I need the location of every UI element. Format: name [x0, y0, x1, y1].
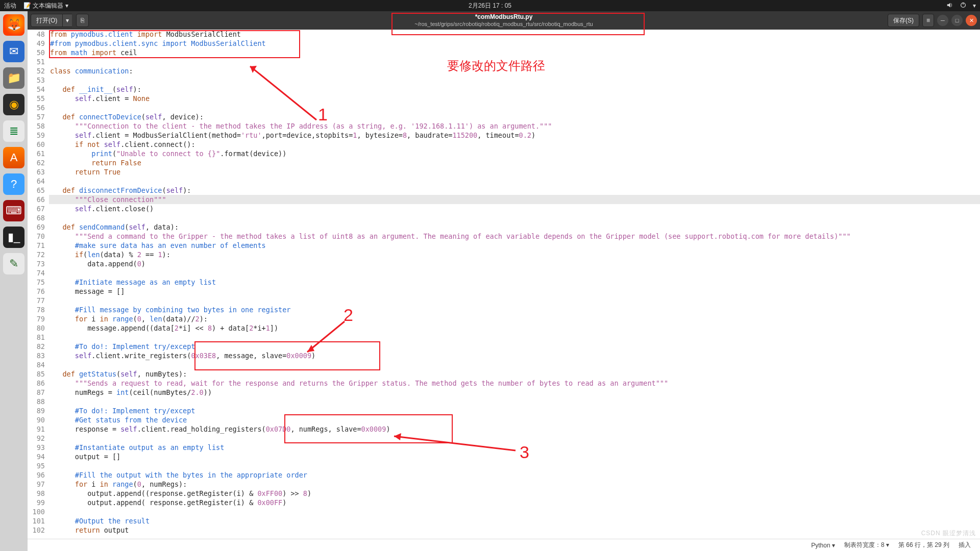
show-apps-icon[interactable]	[3, 522, 24, 544]
power-icon[interactable]	[960, 2, 967, 10]
code-line[interactable]: message.append((data[2*i] << 8) + data[2…	[49, 323, 980, 333]
code-line[interactable]	[49, 360, 980, 369]
code-line[interactable]: def disconnectFromDevice(self):	[49, 186, 980, 195]
code-line[interactable]: return output	[49, 525, 980, 535]
code-line[interactable]: print("Unable to connect to {}".format(d…	[49, 149, 980, 158]
save-button[interactable]: 保存(S)	[888, 14, 919, 27]
firefox-icon[interactable]: 🦊	[3, 14, 24, 36]
code-line[interactable]: if(len(data) % 2 == 1):	[49, 250, 980, 259]
code-line[interactable]: def getStatus(self, numBytes):	[49, 369, 980, 379]
code-line[interactable]: return True	[49, 167, 980, 177]
code-line[interactable]: output = []	[49, 452, 980, 461]
code-line[interactable]: #To do!: Implement try/except	[49, 406, 980, 415]
statusbar: Python ▾ 制表符宽度：8 ▾ 第 66 行，第 29 列 插入	[28, 539, 980, 551]
code-line[interactable]: #Fill message by combining two bytes in …	[49, 305, 980, 314]
software-icon[interactable]: A	[3, 147, 24, 168]
code-line[interactable]: """Close connection"""	[49, 195, 980, 204]
code-line[interactable]: self.client = None	[49, 94, 980, 103]
current-app[interactable]: 📝 文本编辑器 ▾	[23, 2, 68, 10]
svg-rect-1	[963, 2, 963, 4]
language-selector[interactable]: Python ▾	[811, 542, 835, 549]
code-editor[interactable]: 4849505152535455565758596061626364656667…	[28, 30, 980, 539]
code-line[interactable]: def sendCommand(self, data):	[49, 222, 980, 232]
code-line[interactable]: class communication:	[49, 66, 980, 76]
minimize-button[interactable]: ─	[937, 15, 948, 26]
cursor-position: 第 66 行，第 29 列	[898, 541, 949, 549]
code-line[interactable]: self.client = ModbusSerialClient(method=…	[49, 131, 980, 140]
code-line[interactable]: def connectToDevice(self, device):	[49, 112, 980, 121]
code-line[interactable]: #Fill the output with the bytes in the a…	[49, 470, 980, 480]
tab-width-selector[interactable]: 制表符宽度：8 ▾	[844, 541, 889, 549]
code-line[interactable]	[49, 333, 980, 342]
code-line[interactable]	[49, 461, 980, 470]
hamburger-menu[interactable]: ≡	[922, 14, 934, 27]
terminator-icon[interactable]: ⌨	[3, 200, 24, 221]
code-line[interactable]: """Send a command to the Gripper - the m…	[49, 232, 980, 241]
activities[interactable]: 活动	[4, 2, 16, 10]
code-line[interactable]: #Output the result	[49, 516, 980, 525]
code-line[interactable]: from pymodbus.client import ModbusSerial…	[49, 30, 980, 39]
code-line[interactable]: def __init__(self):	[49, 85, 980, 94]
open-recent-button[interactable]: ▾	[63, 14, 72, 27]
code-line[interactable]: #Get status from the device	[49, 415, 980, 424]
code-line[interactable]: #To do!: Implement try/except	[49, 342, 980, 351]
window-title: *comModbusRtu.py ~/ros_test/grips/src/ro…	[414, 13, 593, 28]
code-line[interactable]	[49, 177, 980, 186]
rhythmbox-icon[interactable]: ◉	[3, 94, 24, 115]
code-line[interactable]: response = self.client.read_holding_regi…	[49, 424, 980, 434]
files-icon[interactable]: 📁	[3, 67, 24, 89]
code-line[interactable]: """Connection to the client - the method…	[49, 121, 980, 131]
terminal-icon[interactable]: ▮_	[3, 227, 24, 248]
code-line[interactable]	[49, 434, 980, 443]
code-line[interactable]: #Initiate message as an empty list	[49, 278, 980, 287]
volume-icon[interactable]	[946, 2, 953, 10]
code-line[interactable]	[49, 268, 980, 278]
code-line[interactable]: output.append( response.getRegister(i) &…	[49, 498, 980, 507]
code-line[interactable]	[49, 76, 980, 85]
maximize-button[interactable]: □	[951, 15, 963, 26]
code-line[interactable]	[49, 213, 980, 222]
code-line[interactable]	[49, 103, 980, 112]
insert-mode[interactable]: 插入	[959, 541, 971, 549]
code-line[interactable]: self.client.write_registers(0x03E8, mess…	[49, 351, 980, 360]
open-button[interactable]: 打开(O)	[31, 14, 63, 27]
thunderbird-icon[interactable]: ✉	[3, 41, 24, 62]
code-line[interactable]: numRegs = int(ceil(numBytes/2.0))	[49, 388, 980, 397]
chevron-down-icon[interactable]: ▾	[973, 2, 976, 9]
dock: 🦊 ✉ 📁 ◉ ≣ A ? ⌨ ▮_ ✎	[0, 11, 28, 551]
new-tab-button[interactable]: ⎘	[76, 14, 89, 27]
code-line[interactable]: #from pymodbus.client.sync import Modbus…	[49, 39, 980, 48]
clock[interactable]: 2月26日 17 : 05	[469, 2, 511, 10]
help-icon[interactable]: ?	[3, 173, 24, 195]
code-line[interactable]: data.append(0)	[49, 259, 980, 268]
code-line[interactable]: #Instantiate output as an empty list	[49, 443, 980, 452]
code-line[interactable]: self.client.close()	[49, 204, 980, 213]
code-line[interactable]: """Sends a request to read, wait for the…	[49, 379, 980, 388]
code-line[interactable]: return False	[49, 158, 980, 167]
top-panel: 活动 📝 文本编辑器 ▾ 2月26日 17 : 05 ▾	[0, 0, 980, 11]
close-button[interactable]: ✕	[966, 15, 977, 26]
code-line[interactable]	[49, 507, 980, 516]
code-line[interactable]: if not self.client.connect():	[49, 140, 980, 149]
code-line[interactable]: #make sure data has an even number of el…	[49, 241, 980, 250]
code-line[interactable]: from math import ceil	[49, 48, 980, 57]
code-line[interactable]	[49, 397, 980, 406]
code-line[interactable]: for i in range(0, len(data)//2):	[49, 314, 980, 323]
headerbar: 打开(O) ▾ ⎘ *comModbusRtu.py ~/ros_test/gr…	[28, 11, 980, 30]
gedit-icon[interactable]: ✎	[3, 253, 24, 274]
code-line[interactable]: output.append((response.getRegister(i) &…	[49, 489, 980, 498]
code-line[interactable]	[49, 57, 980, 66]
libreoffice-icon[interactable]: ≣	[3, 120, 24, 142]
gedit-window: 打开(O) ▾ ⎘ *comModbusRtu.py ~/ros_test/gr…	[28, 11, 980, 551]
code-line[interactable]: for i in range(0, numRegs):	[49, 480, 980, 489]
code-line[interactable]: message = []	[49, 287, 980, 296]
code-line[interactable]	[49, 296, 980, 305]
